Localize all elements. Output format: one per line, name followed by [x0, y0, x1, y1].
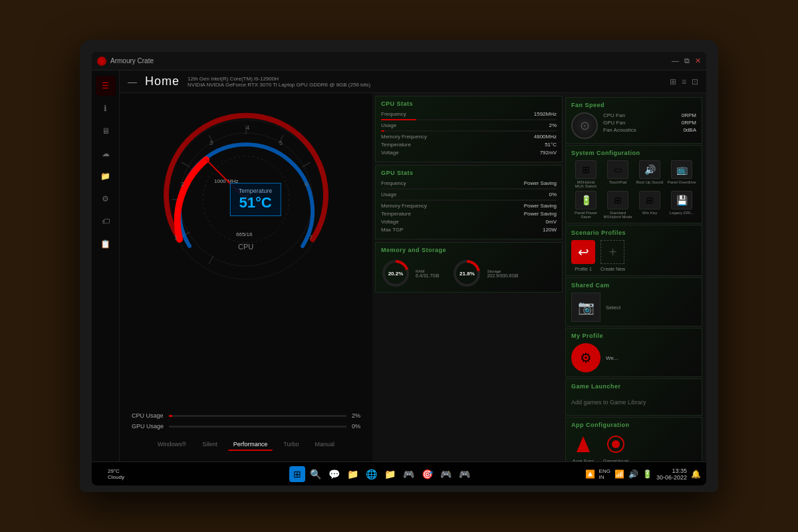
gpu-usage-label: Usage: [381, 192, 396, 198]
taskbar-game1[interactable]: 🎮: [401, 466, 417, 482]
tab-manual[interactable]: Manual: [309, 439, 340, 451]
volume-icon: 🔊: [628, 469, 638, 479]
grid-view-button[interactable]: ⊞: [670, 77, 676, 86]
sidebar-item-monitor[interactable]: 🖥: [96, 121, 116, 141]
sidebar-item-cloud[interactable]: ☁: [96, 144, 116, 164]
taskbar-game2[interactable]: 🎯: [420, 466, 436, 482]
scenario-create-new[interactable]: + Create New: [600, 240, 625, 271]
cpu-gauge-panel: 1 2 3 4 5 6 7 1000 MHz: [120, 93, 372, 462]
gpu-usage-row: GPU Usage 0%: [132, 423, 360, 430]
winkey-label: Win Key: [642, 211, 657, 215]
ram-detail: 6.4/31.7GB: [416, 273, 439, 278]
app-window: Armoury Crate — ⧉ ✕ ☰ ℹ 🖥 ☁ 📁 ⚙: [92, 52, 706, 485]
gpu-stats-title: GPU Stats: [381, 170, 557, 176]
taskbar-chat[interactable]: 💬: [327, 466, 342, 482]
list-view-button[interactable]: ≡: [682, 77, 686, 86]
cpu-usage-stat-bar: [381, 130, 557, 132]
content-area: — Home 12th Gen Intel(R) Core(TM) i9-129…: [120, 70, 706, 462]
cam-select-button[interactable]: Select: [606, 305, 620, 311]
date-display: 30-06-2022: [656, 474, 687, 481]
system-info: 12th Gen Intel(R) Core(TM) i9-12900H NVI…: [188, 76, 370, 88]
scenario-title: Scenario Profiles: [571, 229, 696, 236]
sidebar-item-tools[interactable]: ⚙: [96, 189, 116, 209]
cpu-memfreq-label: Memory Frequency: [381, 134, 427, 140]
svg-line-2: [209, 256, 213, 264]
cpu-usage-bar: [169, 415, 346, 417]
cpu-usage-stat: Usage 2%: [381, 122, 557, 128]
gpu-usage-stat: Usage 0%: [381, 192, 557, 198]
cpu-volt-label: Voltage: [381, 150, 399, 156]
gpu-freq-bar: [381, 188, 557, 190]
minimize-button[interactable]: —: [672, 57, 679, 65]
legacy-label: Legacy DRI...: [670, 211, 694, 215]
winkey-icon: ⊞: [639, 191, 660, 209]
cpu-freq-bar: [381, 119, 557, 120]
weather-condition: Cloudy: [108, 474, 124, 480]
sysconfig-standard[interactable]: ⊞ StandardMSHybrid Mode: [603, 191, 632, 219]
sidebar-item-list[interactable]: 📋: [96, 234, 116, 254]
sysconfig-sound[interactable]: 🔊 Boot Up Sound: [635, 160, 664, 188]
cpu-usage-stat-label: Usage: [381, 122, 396, 128]
shared-cam-content: 📷 Select: [571, 293, 696, 322]
center-stats: CPU Stats Frequency 1592MHz Usage: [372, 93, 706, 462]
mux-icon: ⊞: [575, 160, 597, 179]
taskbar-edge[interactable]: 🌐: [364, 466, 380, 482]
mid-stats-col: CPU Stats Frequency 1592MHz Usage: [375, 96, 563, 459]
tab-performance[interactable]: Performance: [228, 439, 273, 451]
header-bullet: —: [128, 76, 137, 87]
taskbar-right: 🔼 ENGIN 📶 🔊 🔋 13:35 30-06-2022 🔔: [585, 467, 701, 481]
sidebar-item-home[interactable]: ☰: [96, 76, 116, 96]
cpu-usage-value: 2%: [352, 412, 360, 419]
acoustics-label: Fan Acoustics: [603, 127, 636, 133]
sysconfig-powersaver[interactable]: 🔋 Panel Power Saver: [571, 191, 600, 219]
sysconfig-winkey[interactable]: ⊞ Win Key: [635, 191, 664, 219]
aura-sync-item[interactable]: Aura Sync: [571, 432, 595, 462]
close-button[interactable]: ✕: [695, 57, 701, 65]
gamevisual-item[interactable]: GameVisual: [603, 432, 628, 462]
sound-icon: 🔊: [639, 160, 660, 179]
gpu-memfreq-value: Power Saving: [524, 203, 557, 209]
layout-view-button[interactable]: ⊡: [692, 77, 698, 86]
cpu-stats-title: CPU Stats: [381, 100, 557, 107]
sys-info-cpu: 12th Gen Intel(R) Core(TM) i9-12900H: [188, 76, 370, 82]
cpu-usage-fill: [169, 415, 172, 417]
sysconfig-grid: ⊞ MSHybridMUX Switch ▭ TouchPad: [571, 160, 696, 219]
taskbar-explorer[interactable]: 📁: [345, 466, 361, 482]
cpu-volt-item: Voltage 792mV: [381, 150, 557, 156]
taskbar-game3[interactable]: 🎮: [438, 466, 454, 482]
taskbar-search[interactable]: 🔍: [308, 466, 324, 482]
gpu-usage-label: GPU Usage: [132, 423, 164, 430]
maximize-button[interactable]: ⧉: [684, 57, 690, 65]
ram-info: RAM 6.4/31.7GB: [416, 269, 439, 278]
add-games-label: Add games to Game Library: [571, 399, 646, 406]
sidebar-item-tag[interactable]: 🏷: [96, 211, 116, 231]
taskbar-files[interactable]: 📁: [382, 466, 398, 482]
tab-silent[interactable]: Silent: [197, 439, 223, 451]
fan-stats: CPU Fan 0RPM GPU Fan 0RPM: [603, 112, 696, 139]
sysconfig-touchpad[interactable]: ▭ TouchPad: [603, 160, 632, 188]
memory-storage-card: Memory and Storage: [375, 242, 563, 293]
tab-turbo[interactable]: Turbo: [278, 439, 304, 451]
scenario-profiles-card: Scenario Profiles ↩ Profile 1 +: [565, 225, 702, 276]
svg-text:3: 3: [209, 140, 213, 146]
system-config-card: System Configuration ⊞ MSHybridMUX Switc…: [565, 145, 702, 223]
my-profile-title: My Profile: [571, 332, 696, 339]
sidebar-item-folder[interactable]: 📁: [96, 166, 116, 186]
gpu-volt-value: 0mV: [546, 219, 557, 225]
sysconfig-legacy[interactable]: 💾 Legacy DRI...: [667, 191, 696, 219]
scenario-profile1[interactable]: ↩ Profile 1: [571, 240, 595, 271]
sysconfig-mux[interactable]: ⊞ MSHybridMUX Switch: [571, 160, 600, 188]
sysconfig-overdrive[interactable]: 📺 Panel Overdrive: [667, 160, 696, 188]
taskbar-start-button[interactable]: ⊞: [289, 466, 305, 482]
taskbar-game4[interactable]: 🎮: [457, 466, 473, 482]
storage-pct: 21.8%: [460, 271, 475, 277]
cpu-freq-value: 1592MHz: [534, 111, 557, 117]
game-launcher-content: Add games to Game Library: [571, 394, 696, 411]
ram-pct: 20.2%: [388, 271, 404, 277]
header-home-title: Home: [145, 74, 180, 88]
svg-text:CPU: CPU: [238, 243, 253, 251]
sidebar-item-info[interactable]: ℹ: [96, 98, 116, 118]
tab-windows[interactable]: Windows®: [152, 439, 192, 451]
notification-icon[interactable]: 🔔: [691, 469, 701, 479]
laptop-shell: Armoury Crate — ⧉ ✕ ☰ ℹ 🖥 ☁ 📁 ⚙: [80, 40, 718, 492]
